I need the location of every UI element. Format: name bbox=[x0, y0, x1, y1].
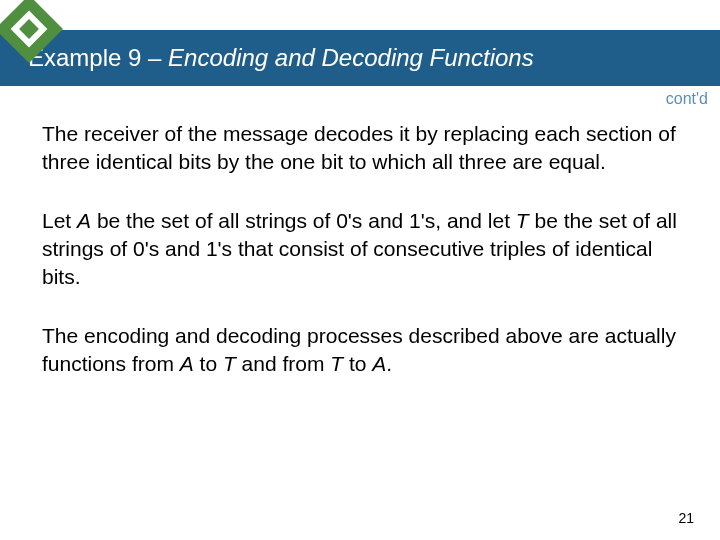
logo-diamond-core bbox=[19, 19, 39, 39]
title-subject: Encoding and Decoding Functions bbox=[168, 44, 534, 71]
var-t: T bbox=[516, 209, 529, 232]
text: to bbox=[194, 352, 223, 375]
text: Let bbox=[42, 209, 77, 232]
var-t: T bbox=[330, 352, 343, 375]
slide-title: Example 9 – Encoding and Decoding Functi… bbox=[28, 44, 534, 72]
logo-diamond-inner bbox=[11, 11, 48, 48]
text: . bbox=[386, 352, 392, 375]
slide-body: The receiver of the message decodes it b… bbox=[42, 120, 678, 408]
paragraph-2: Let A be the set of all strings of 0's a… bbox=[42, 207, 678, 292]
text: The receiver of the message decodes it b… bbox=[42, 122, 676, 173]
title-prefix: Example 9 – bbox=[28, 44, 168, 71]
text: and from bbox=[236, 352, 331, 375]
continued-label: cont'd bbox=[666, 90, 708, 108]
text: to bbox=[343, 352, 372, 375]
var-t: T bbox=[223, 352, 236, 375]
paragraph-1: The receiver of the message decodes it b… bbox=[42, 120, 678, 177]
text: be the set of all strings of 0's and 1's… bbox=[91, 209, 516, 232]
var-a: A bbox=[180, 352, 194, 375]
paragraph-3: The encoding and decoding processes desc… bbox=[42, 322, 678, 379]
var-a: A bbox=[372, 352, 386, 375]
page-number: 21 bbox=[678, 510, 694, 526]
var-a: A bbox=[77, 209, 91, 232]
slide-header: Example 9 – Encoding and Decoding Functi… bbox=[0, 30, 720, 86]
